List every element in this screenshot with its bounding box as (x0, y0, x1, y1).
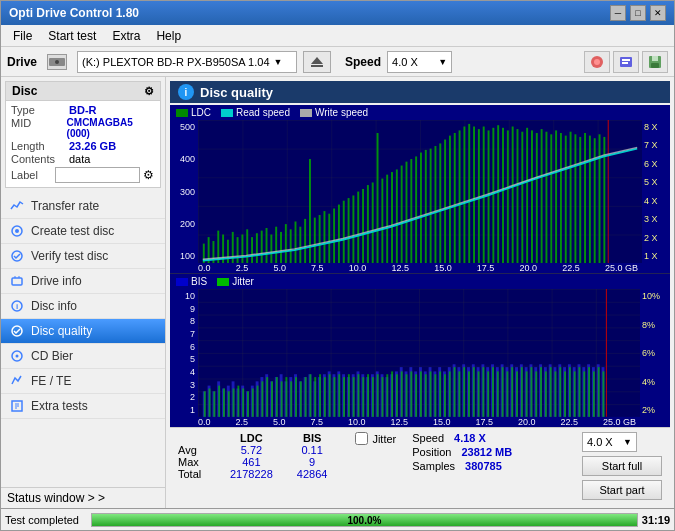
speed-dropdown-arrow: ▼ (438, 57, 447, 67)
label-gear-icon[interactable]: ⚙ (143, 167, 155, 183)
speed-label: Speed (412, 432, 444, 444)
svg-rect-74 (415, 156, 417, 263)
extra-tests-icon (9, 398, 25, 414)
sidebar-item-disc-quality[interactable]: Disc quality (1, 319, 165, 344)
svg-rect-53 (314, 218, 316, 264)
legend-jitter-box (217, 278, 229, 286)
svg-rect-257 (473, 367, 475, 417)
svg-rect-48 (290, 229, 292, 263)
svg-rect-8 (622, 62, 628, 64)
legend-read-speed: Read speed (221, 107, 290, 118)
speed-select[interactable]: 4.0 X ▼ (387, 51, 452, 73)
svg-rect-93 (507, 130, 509, 263)
svg-rect-276 (564, 372, 566, 417)
svg-rect-106 (570, 132, 572, 263)
speed-display-row: Speed 4.18 X (412, 432, 512, 444)
disc-label-input[interactable] (55, 167, 140, 183)
svg-rect-217 (281, 381, 283, 417)
menu-help[interactable]: Help (148, 27, 189, 45)
start-full-button[interactable]: Start full (582, 456, 662, 476)
svg-rect-269 (530, 367, 532, 417)
samples-label: Samples (412, 460, 455, 472)
svg-rect-233 (358, 374, 360, 417)
sidebar-item-create-test-disc[interactable]: Create test disc (1, 219, 165, 244)
sidebar-item-cd-bier[interactable]: CD Bier (1, 344, 165, 369)
disc-type-val: BD-R (69, 104, 97, 116)
svg-rect-236 (372, 377, 374, 417)
svg-rect-80 (444, 140, 446, 264)
jitter-checkbox[interactable] (355, 432, 368, 445)
lower-y-9: 9 (170, 304, 195, 314)
toolbar-icon-1[interactable] (584, 51, 610, 73)
nav-label-verify-test-disc: Verify test disc (31, 249, 108, 263)
toolbar-icon-save[interactable] (642, 51, 668, 73)
svg-rect-229 (338, 374, 340, 417)
sidebar-item-disc-info[interactable]: i Disc info (1, 294, 165, 319)
toolbar-icon-2[interactable] (613, 51, 639, 73)
svg-rect-225 (319, 374, 321, 417)
maximize-button[interactable]: □ (630, 5, 646, 21)
disc-panel-header: Disc ⚙ (6, 82, 160, 101)
create-test-disc-icon (9, 223, 25, 239)
svg-rect-277 (569, 367, 571, 417)
main-panel: i Disc quality LDC Read speed (166, 77, 674, 508)
svg-rect-72 (406, 162, 408, 263)
disc-panel-icon[interactable]: ⚙ (144, 85, 154, 98)
progress-bar-container: 100.0% (91, 513, 638, 527)
svg-rect-244 (410, 372, 412, 417)
status-window-label: Status window > > (7, 491, 105, 505)
start-part-button[interactable]: Start part (582, 480, 662, 500)
svg-rect-79 (439, 143, 441, 263)
svg-rect-46 (280, 232, 282, 263)
sidebar: Disc ⚙ Type BD-R MID CMCMAGBA5 (000) Len… (1, 77, 166, 508)
stats-max-label: Max (178, 456, 218, 468)
svg-rect-10 (652, 56, 658, 61)
disc-quality-header-icon: i (178, 84, 194, 100)
svg-rect-279 (579, 367, 581, 417)
lower-y-1: 1 (170, 405, 195, 415)
sidebar-item-transfer-rate[interactable]: Transfer rate (1, 194, 165, 219)
menu-extra[interactable]: Extra (104, 27, 148, 45)
disc-length-key: Length (11, 140, 69, 152)
disc-info-icon: i (9, 298, 25, 314)
nav-label-disc-info: Disc info (31, 299, 77, 313)
position-value: 23812 MB (461, 446, 512, 458)
sidebar-item-extra-tests[interactable]: Extra tests (1, 394, 165, 419)
svg-rect-255 (463, 367, 465, 417)
svg-rect-259 (482, 367, 484, 417)
close-button[interactable]: ✕ (650, 5, 666, 21)
progress-percentage: 100.0% (347, 514, 381, 525)
minimize-button[interactable]: ─ (610, 5, 626, 21)
svg-rect-241 (396, 374, 398, 417)
sidebar-item-fe-te[interactable]: FE / TE (1, 369, 165, 394)
svg-rect-254 (458, 372, 460, 417)
svg-rect-282 (593, 372, 595, 417)
menu-start-test[interactable]: Start test (40, 27, 104, 45)
verify-test-disc-icon (9, 248, 25, 264)
legend-read-speed-label: Read speed (236, 107, 290, 118)
eject-button[interactable] (303, 51, 331, 73)
svg-rect-228 (333, 377, 335, 417)
sidebar-item-verify-test-disc[interactable]: Verify test disc (1, 244, 165, 269)
svg-rect-58 (338, 205, 340, 264)
lower-y-right-10: 10% (642, 291, 670, 301)
svg-rect-215 (271, 381, 273, 417)
y-right-7x: 7 X (644, 140, 670, 150)
drive-select[interactable]: (K:) PLEXTOR BD-R PX-B950SA 1.04 ▼ (77, 51, 297, 73)
speed-dropdown-select[interactable]: 4.0 X ▼ (582, 432, 637, 452)
svg-rect-71 (401, 166, 403, 264)
disc-contents-row: Contents data (11, 153, 155, 165)
svg-rect-100 (541, 129, 543, 263)
lower-y-7: 7 (170, 329, 195, 339)
sidebar-item-drive-info[interactable]: Drive info (1, 269, 165, 294)
legend-ldc: LDC (176, 107, 211, 118)
menu-file[interactable]: File (5, 27, 40, 45)
svg-rect-243 (406, 374, 408, 417)
svg-rect-15 (12, 278, 22, 285)
lower-y-3: 3 (170, 380, 195, 390)
stats-total-label: Total (178, 468, 218, 480)
svg-rect-55 (323, 211, 325, 263)
status-window-button[interactable]: Status window > > (1, 487, 165, 508)
svg-rect-206 (228, 391, 230, 417)
svg-rect-66 (377, 133, 379, 263)
